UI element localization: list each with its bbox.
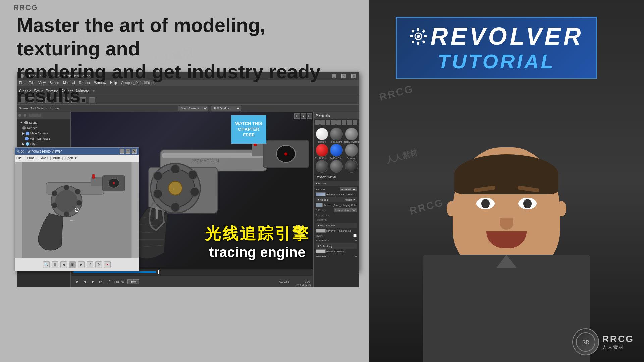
timeline-progress[interactable] xyxy=(73,272,156,273)
svg-point-8 xyxy=(188,170,197,179)
mat-item-default[interactable]: Default xyxy=(315,128,329,143)
tree-item-scene[interactable]: ▼Scene xyxy=(17,120,70,125)
svg-rect-44 xyxy=(417,42,419,45)
transmission-label: Transmission xyxy=(316,214,357,216)
pv-menu-email[interactable]: E-mail xyxy=(39,156,48,160)
pv-menu-file[interactable]: File xyxy=(16,156,22,160)
pv-next[interactable]: ▶ xyxy=(78,261,85,268)
pv-menu-sep1: | xyxy=(24,156,25,160)
tree-item-sky[interactable]: ▶Sky xyxy=(17,141,70,147)
label-toolsettings: Tool Settings xyxy=(31,107,48,110)
pv-zoom-in[interactable]: 🔍 xyxy=(43,261,50,268)
tree-item-render[interactable]: Render xyxy=(17,125,70,131)
pv-rotate-cw[interactable]: ↻ xyxy=(95,261,102,268)
svg-point-12 xyxy=(153,171,162,180)
mat-label-blue: RedDotSco... xyxy=(330,157,344,159)
watch-chapter-free-button[interactable]: WATCH THIS CHAPTER FREE xyxy=(231,115,266,144)
maximize-button[interactable]: □ xyxy=(341,74,346,78)
timeline-bar: ⏮ ◀ ▶ ⏭ ↺ Frames 0:09:85 300 VRAM: 3.1% xyxy=(71,269,313,287)
diffusion-dropdown[interactable]: Lambertian... xyxy=(334,208,357,212)
svg-point-31 xyxy=(55,190,78,213)
pv-close[interactable]: ✕ xyxy=(132,149,137,154)
svg-rect-28 xyxy=(91,177,103,186)
mat-item-metal1[interactable] xyxy=(315,160,329,173)
rrcg-top-logo: RRCG xyxy=(13,3,38,12)
roughness-swatch[interactable] xyxy=(316,229,326,233)
pv-menu-print[interactable]: Print xyxy=(27,156,34,160)
mat-icon-3[interactable] xyxy=(326,120,330,125)
photo-viewer-statusbar: 🔍 ⊞ ◀ ▣ ▶ ↺ ↻ ✕ xyxy=(15,258,139,271)
vp-btn-2[interactable]: ◈ xyxy=(301,113,306,119)
mat-sphere-metal1 xyxy=(316,160,328,173)
close-button[interactable]: ✕ xyxy=(351,74,356,78)
mat-icon-8[interactable] xyxy=(353,120,357,125)
invert-label: Invert xyxy=(316,234,352,237)
mat-sphere-blue xyxy=(330,144,343,157)
tree-item-main-camera[interactable]: ▶Main Camera xyxy=(17,131,70,136)
invert-checkbox[interactable] xyxy=(353,234,357,237)
mat-icon-2[interactable] xyxy=(320,120,325,125)
svg-rect-29 xyxy=(92,174,95,179)
reflectivity-section-label: Reflectivity xyxy=(320,245,333,248)
selected-material-label: Revolver Metal xyxy=(314,174,359,180)
mat-item-reddotscope[interactable]: RedDotScope xyxy=(344,128,359,143)
svg-rect-50 xyxy=(422,40,425,43)
mat-icon-7[interactable] xyxy=(347,120,352,125)
svg-text:.357 MAGNUM: .357 MAGNUM xyxy=(191,159,219,163)
pv-menu-burn[interactable]: Burn xyxy=(53,156,60,160)
properties-section: Surface Normals Revolver_Normal_OpenGL ▼… xyxy=(314,186,359,260)
albedo-map-label: Revolver_Base_color.png xyxy=(323,204,350,206)
mat-item-redscope2[interactable]: RedDotSco... xyxy=(330,144,344,159)
pv-prev[interactable]: ◀ xyxy=(60,261,67,268)
vp-btn-3[interactable]: ⊡ xyxy=(307,113,312,119)
scene-tree-icon2 xyxy=(24,114,26,117)
tree-item-camera1[interactable]: Main Camera 1 xyxy=(17,136,70,141)
mat-item-flashlight[interactable]: FlashLight xyxy=(330,128,344,143)
time-display: 0:09:85 xyxy=(279,280,289,283)
frames-input[interactable] xyxy=(127,279,139,284)
mat-item-revolver[interactable]: Revolver xyxy=(344,144,359,159)
frames-label: Frames xyxy=(114,280,125,283)
mat-icon-4[interactable] xyxy=(331,120,336,125)
svg-point-34 xyxy=(76,200,82,205)
pv-delete[interactable]: ✕ xyxy=(104,261,111,268)
shirt-collar xyxy=(496,255,517,268)
svg-rect-18 xyxy=(156,207,158,219)
pupil-right xyxy=(523,199,532,208)
mat-item-metal3[interactable] xyxy=(344,160,359,173)
svg-point-10 xyxy=(171,203,180,212)
mat-icon-6[interactable] xyxy=(342,120,346,125)
mat-icon-5[interactable] xyxy=(336,120,341,125)
play-button[interactable]: ▶ xyxy=(90,279,96,284)
person-ear-left xyxy=(447,201,456,216)
metallic-swatch[interactable] xyxy=(316,249,326,253)
pv-current[interactable]: ▣ xyxy=(69,261,76,268)
prop-section-roughness: ▼Microsurface xyxy=(316,223,357,228)
mat-icon-1[interactable] xyxy=(315,120,320,125)
surface-label: Surface xyxy=(316,188,338,191)
pv-maximize[interactable]: □ xyxy=(126,149,130,154)
albedo-swatch[interactable] xyxy=(316,203,323,207)
normal-swatch[interactable] xyxy=(316,192,326,196)
vp-btn-1[interactable]: ⊞ xyxy=(294,113,300,119)
pv-actual-size[interactable]: ⊞ xyxy=(52,261,58,268)
person-body xyxy=(423,255,590,362)
person-nose xyxy=(500,218,513,230)
mat-item-metal2[interactable] xyxy=(330,160,344,173)
prev-frame-button[interactable]: ◀ xyxy=(82,279,88,284)
normal-map-label: Revolver_Normal_OpenGL xyxy=(326,193,355,196)
pv-rotate-ccw[interactable]: ↺ xyxy=(87,261,93,268)
logo-gear-icon xyxy=(409,27,428,46)
next-frame-button[interactable]: ⏭ xyxy=(98,279,104,284)
skip-start-button[interactable]: ⏮ xyxy=(74,279,79,284)
person-mouth xyxy=(486,231,527,248)
pv-menu-open[interactable]: Open ▼ xyxy=(65,156,77,160)
mat-item-redscope1[interactable]: RedDotSco... xyxy=(315,144,329,159)
revolver-tutorial-logo: REVOLVER TUTORIAL xyxy=(396,17,597,79)
loop-button[interactable]: ↺ xyxy=(106,279,112,284)
rrcg-logo-icon: RR xyxy=(576,332,596,352)
materials-icons-row xyxy=(314,119,359,126)
svg-point-35 xyxy=(64,211,69,217)
surface-dropdown[interactable]: Normals xyxy=(340,187,357,191)
pv-minimize[interactable]: _ xyxy=(120,149,124,154)
